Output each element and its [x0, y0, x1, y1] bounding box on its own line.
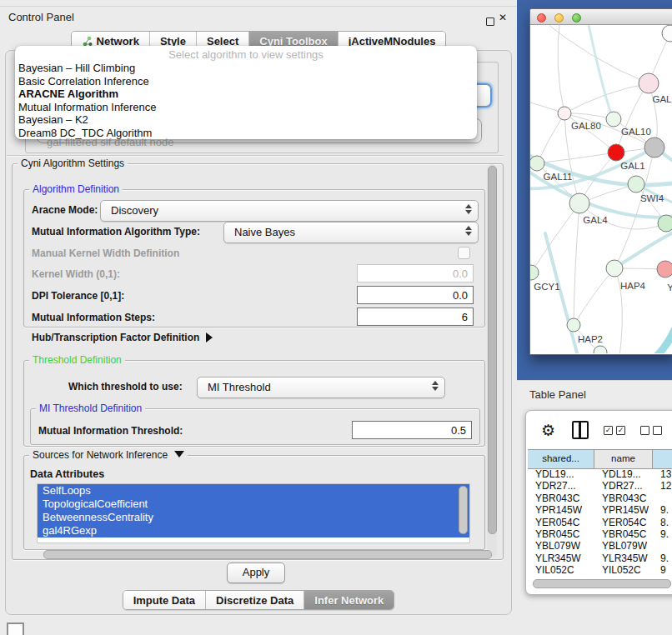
network-node[interactable]: [639, 73, 659, 93]
table-cell: YER054C: [594, 517, 653, 528]
network-node[interactable]: [658, 215, 672, 232]
table-row[interactable]: YBR043CYBR043C: [528, 492, 672, 504]
table-cell: YDR27...: [594, 480, 653, 492]
table-cell: [653, 540, 672, 552]
manual-kernel-checkbox[interactable]: [458, 247, 470, 259]
attribute-item-selected[interactable]: BetweennessCentrality: [38, 511, 469, 524]
node-label: GAL80: [571, 121, 601, 131]
algorithm-option[interactable]: Mutual Information Inference: [17, 101, 474, 114]
network-edge: [531, 203, 579, 272]
unchecked-box-icon: [640, 426, 649, 435]
network-node[interactable]: [657, 261, 672, 278]
which-threshold-label: Which threshold to use:: [68, 381, 183, 392]
network-node[interactable]: [606, 112, 621, 127]
table-cell: YDL19...: [528, 468, 594, 480]
table-cell: YBR043C: [594, 492, 653, 504]
dpi-tolerance-field[interactable]: 0.0: [357, 286, 474, 304]
table-cell: 9.: [653, 528, 672, 540]
table-cell: 9: [653, 564, 672, 576]
network-node[interactable]: [628, 176, 644, 192]
tab-discretize-data[interactable]: Discretize Data: [206, 591, 304, 609]
table-hscrollbar-thumb[interactable]: [533, 579, 671, 588]
minimized-panel-icon[interactable]: [7, 622, 24, 635]
table-cell: 9.: [653, 504, 672, 516]
network-node[interactable]: [594, 346, 607, 353]
table-cell: [653, 492, 672, 504]
mi-threshold-field[interactable]: 0.5: [352, 421, 472, 439]
check-all-icon[interactable]: ✓✓: [604, 426, 625, 435]
settings-scrollbar-thumb[interactable]: [488, 166, 497, 534]
network-canvas[interactable]: GALGAL80GAL10GAL1GAL11SWI4GAL4GCY1HAP4YH…: [530, 25, 672, 353]
network-node[interactable]: [608, 144, 624, 161]
table-cell: YBR045C: [528, 528, 594, 540]
node-label: Y: [667, 282, 672, 292]
close-traffic-light[interactable]: [537, 13, 546, 22]
column-header[interactable]: shared...: [528, 450, 594, 468]
algorithm-option[interactable]: Bayesian – K2: [17, 113, 474, 127]
network-edge: [574, 268, 614, 325]
which-threshold-value: MI Threshold: [208, 381, 271, 393]
column-header[interactable]: name: [594, 450, 653, 468]
table-cell: YBR045C: [594, 528, 653, 540]
attribute-item-selected[interactable]: TopologicalCoefficient: [38, 498, 469, 511]
network-icon: [82, 36, 93, 47]
float-window-icon[interactable]: [486, 18, 494, 26]
sources-title[interactable]: Sources for Network Inference: [29, 449, 188, 461]
network-window-titlebar[interactable]: [530, 9, 672, 25]
network-node[interactable]: [644, 138, 664, 158]
table-cell: YDR27...: [528, 480, 594, 492]
attribute-item-selected[interactable]: SelfLoops: [38, 484, 469, 498]
table-cell: YER054C: [528, 517, 594, 528]
close-icon[interactable]: ✕: [499, 12, 507, 23]
table-cell: 9.: [653, 552, 672, 564]
data-attributes-list[interactable]: SelfLoopsTopologicalCoefficientBetweenne…: [37, 483, 470, 543]
network-node[interactable]: [606, 260, 623, 277]
table-header-row: shared...name: [528, 449, 672, 469]
list-scrollbar[interactable]: [459, 486, 468, 534]
network-node[interactable]: [558, 107, 571, 120]
column-header[interactable]: [653, 450, 672, 468]
mi-algorithm-type-combo[interactable]: Naive Bayes: [223, 222, 479, 243]
cyni-algorithm-settings-title: Cyni Algorithm Settings: [18, 158, 128, 169]
split-columns-icon[interactable]: [572, 421, 589, 439]
control-panel-titlebar: Control Panel ✕: [0, 7, 517, 28]
network-node[interactable]: [530, 265, 539, 280]
apply-button[interactable]: Apply: [227, 562, 285, 583]
table-row[interactable]: YBR045CYBR045C9.: [528, 528, 672, 540]
algorithm-option[interactable]: ARACNE Algorithm: [17, 88, 474, 101]
algorithm-option[interactable]: Basic Correlation Inference: [17, 75, 474, 88]
kernel-width-field[interactable]: 0.0: [357, 264, 474, 282]
hub-definition-toggle[interactable]: Hub/Transcription Factor Definition: [32, 332, 213, 343]
mi-steps-field[interactable]: 6: [357, 308, 474, 326]
uncheck-all-icon[interactable]: [640, 426, 662, 435]
mi-algorithm-type-label: Mutual Information Algorithm Type:: [32, 226, 200, 238]
network-node[interactable]: [530, 156, 544, 171]
table-body: YDL19...YDL19...13YDR27...YDR27...12YBR0…: [528, 468, 672, 577]
table-row[interactable]: YDL19...YDL19...13: [528, 468, 672, 480]
network-node[interactable]: [567, 318, 580, 332]
minimize-traffic-light[interactable]: [554, 13, 564, 22]
panel-title: Control Panel: [8, 11, 74, 23]
node-label: GAL10: [621, 127, 651, 137]
network-view-window[interactable]: GALGAL80GAL10GAL1GAL11SWI4GAL4GCY1HAP4YH…: [529, 8, 672, 355]
network-node[interactable]: [569, 193, 589, 213]
table-row[interactable]: YBL079WYBL079W: [528, 540, 672, 552]
network-node[interactable]: [662, 25, 672, 42]
tab-impute-data[interactable]: Impute Data: [123, 591, 206, 609]
table-row[interactable]: YLR345WYLR345W9.: [528, 552, 672, 564]
table-row[interactable]: YPR145WYPR145W9.: [528, 504, 672, 516]
table-row[interactable]: YIL052CYIL052C9: [528, 564, 672, 576]
zoom-traffic-light[interactable]: [572, 13, 581, 22]
node-label: GAL: [652, 94, 672, 104]
table-row[interactable]: YER054CYER054C8.: [528, 517, 672, 528]
tab-infer-network[interactable]: Infer Network: [304, 591, 394, 609]
aracne-mode-combo[interactable]: Discovery: [100, 200, 479, 222]
settings-gear-icon[interactable]: ⚙: [541, 422, 555, 438]
table-panel-title: Table Panel: [529, 388, 586, 401]
which-threshold-combo[interactable]: MI Threshold: [197, 377, 445, 398]
algorithm-option[interactable]: Bayesian – Hill Climbing: [17, 62, 474, 75]
table-row[interactable]: YDR27...YDR27...12: [528, 480, 672, 492]
divider: [7, 155, 504, 156]
settings-hscrollbar-thumb[interactable]: [43, 550, 492, 559]
attribute-item-selected[interactable]: gal4RGexp: [38, 524, 469, 538]
